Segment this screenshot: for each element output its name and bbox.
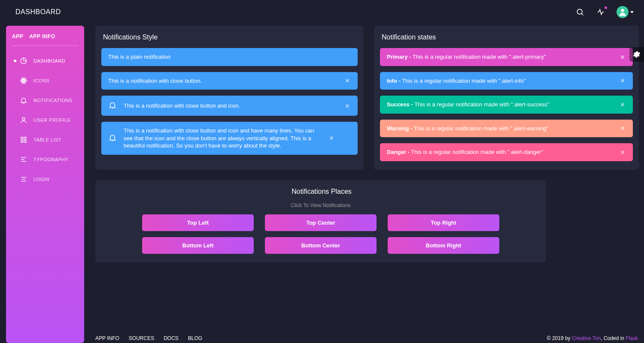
sidebar-item-notifications[interactable]: NOTIFICATIONS <box>6 90 84 110</box>
alert-text: This is a notification with close button… <box>108 77 337 85</box>
bell-icon <box>20 96 27 104</box>
card-notification-states: Notification states Primary - This is a … <box>374 26 639 170</box>
alert-info: Info - This is a regular notification ma… <box>380 72 633 90</box>
places-button-grid: Top Left Top Center Top Right Bottom Lef… <box>101 214 540 254</box>
navbar-right <box>575 6 634 18</box>
chevron-down-icon <box>630 11 634 13</box>
alert-text: This is a notification with close button… <box>124 102 337 110</box>
main: Notifications Style This is a plain noti… <box>90 26 644 343</box>
card-notifications-places: Notifications Places Click To View Notif… <box>95 180 546 262</box>
svg-point-8 <box>22 117 25 120</box>
alert-label: Primary - <box>387 54 413 60</box>
sidebar-header: APP APP INFO <box>12 26 78 46</box>
link-creative-tim[interactable]: Creative Tim <box>572 335 601 341</box>
alert-danger: Danger - This is a regular notification … <box>380 143 633 161</box>
avatar <box>617 6 629 18</box>
alert-label: Success - <box>387 101 414 108</box>
alert-text: Info - This is a regular notification ma… <box>387 77 612 85</box>
footer-copyright: © 2019 by Creative Tim, Coded in Flask <box>547 335 638 341</box>
chart-pie-icon <box>20 57 27 65</box>
alert-plain: This is a plain notification <box>101 48 358 66</box>
btn-bottom-right[interactable]: Bottom Right <box>388 237 499 254</box>
alert-label: Warning - <box>387 125 414 132</box>
close-icon[interactable] <box>619 77 626 84</box>
btn-top-right[interactable]: Top Right <box>388 214 499 231</box>
btn-bottom-left[interactable]: Bottom Left <box>142 237 254 254</box>
sidebar-item-label: DASHBOARD <box>33 58 65 63</box>
footer-nav: APP INFO SOURCES DOCS BLOG <box>95 335 202 341</box>
sidebar-logo-full[interactable]: APP INFO <box>29 33 55 39</box>
footer-link-app-info[interactable]: APP INFO <box>95 335 119 341</box>
sidebar-item-label: LOGIN <box>33 177 49 182</box>
card-title: Notification states <box>380 33 633 41</box>
card-subtitle: Click To View Notifications <box>101 202 540 208</box>
card-notifications-style: Notifications Style This is a plain noti… <box>95 26 364 170</box>
btn-bottom-center[interactable]: Bottom Center <box>265 237 377 254</box>
footer-link-sources[interactable]: SOURCES <box>129 335 154 341</box>
close-icon[interactable] <box>619 125 626 132</box>
sidebar-item-label: TYPOGRAPHY <box>33 157 68 162</box>
alert-with-icon: This is a notification with close button… <box>101 96 358 116</box>
svg-point-4 <box>23 80 24 81</box>
sidebar-item-label: USER PROFILE <box>33 117 71 123</box>
alert-with-close: This is a notification with close button… <box>101 72 358 90</box>
user-icon <box>20 116 27 124</box>
navbar: DASHBOARD <box>0 0 644 24</box>
top-row: Notifications Style This is a plain noti… <box>95 26 639 170</box>
close-icon[interactable] <box>619 149 626 156</box>
card-title: Notifications Places <box>101 188 540 196</box>
svg-line-1 <box>582 14 583 15</box>
card-title: Notifications Style <box>101 33 358 41</box>
atom-icon <box>20 77 27 84</box>
sidebar-item-label: ICONS <box>33 78 49 83</box>
alert-label: Danger - <box>387 149 411 155</box>
align-center-icon <box>20 175 27 183</box>
alert-text: Warning - This is a regular notification… <box>387 125 612 132</box>
alert-success: Success - This is a regular notification… <box>380 96 633 114</box>
sidebar-logo-short[interactable]: APP <box>12 33 23 39</box>
close-icon[interactable] <box>344 102 351 109</box>
search-icon[interactable] <box>575 7 585 17</box>
close-icon[interactable] <box>344 77 351 84</box>
user-menu[interactable] <box>617 6 634 18</box>
sidebar-nav: DASHBOARD ICONS NOTIFICATIONS USER PROFI… <box>6 51 84 189</box>
alert-text: Danger - This is a regular notification … <box>387 148 612 156</box>
sidebar-item-icons[interactable]: ICONS <box>6 71 84 90</box>
close-icon[interactable] <box>619 54 626 60</box>
btn-top-center[interactable]: Top Center <box>265 214 377 231</box>
activity-icon[interactable] <box>596 7 605 17</box>
sidebar: APP APP INFO DASHBOARD ICONS NOTIFICATIO… <box>6 26 84 343</box>
footer: APP INFO SOURCES DOCS BLOG © 2019 by Cre… <box>95 335 638 341</box>
alert-label: Info - <box>387 78 402 84</box>
svg-point-0 <box>577 9 582 14</box>
alert-text: Primary - This is a regular notification… <box>387 53 612 61</box>
alert-multiline: This is a notification with close button… <box>101 122 358 155</box>
sidebar-item-dashboard[interactable]: DASHBOARD <box>6 51 84 71</box>
alert-text: This is a plain notification <box>108 53 351 61</box>
link-flask[interactable]: Flask <box>626 335 638 341</box>
sidebar-item-label: NOTIFICATIONS <box>33 98 73 103</box>
footer-link-blog[interactable]: BLOG <box>188 335 202 341</box>
alert-warning: Warning - This is a regular notification… <box>380 120 633 138</box>
settings-gear-button[interactable] <box>629 47 644 62</box>
notification-dot <box>605 6 607 9</box>
sidebar-item-table-list[interactable]: TABLE LIST <box>6 130 84 150</box>
puzzle-icon <box>20 136 27 144</box>
navbar-brand: DASHBOARD <box>15 8 61 16</box>
sidebar-item-login[interactable]: LOGIN <box>6 169 84 189</box>
sidebar-item-label: TABLE LIST <box>33 137 61 142</box>
gear-icon <box>633 51 641 58</box>
align-left-icon <box>20 156 27 163</box>
close-icon[interactable] <box>619 101 626 108</box>
bell-icon <box>108 133 117 143</box>
sidebar-item-typography[interactable]: TYPOGRAPHY <box>6 150 84 169</box>
close-icon[interactable] <box>328 135 335 141</box>
alert-text: Success - This is a regular notification… <box>387 101 612 108</box>
footer-link-docs[interactable]: DOCS <box>164 335 179 341</box>
alert-primary: Primary - This is a regular notification… <box>380 48 633 66</box>
svg-point-2 <box>621 9 624 12</box>
bell-icon <box>108 101 117 111</box>
sidebar-item-user-profile[interactable]: USER PROFILE <box>6 110 84 130</box>
btn-top-left[interactable]: Top Left <box>142 214 254 231</box>
alert-text: This is a notification with close button… <box>124 127 321 150</box>
